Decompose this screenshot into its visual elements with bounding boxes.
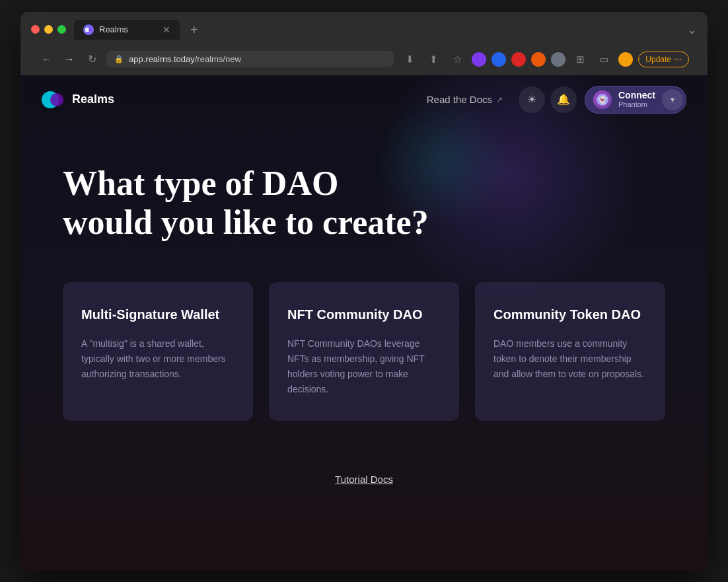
download-icon[interactable]: ⬇ [400,50,419,69]
back-button[interactable]: ← [39,54,55,65]
multisig-wallet-title: Multi-Signature Wallet [81,306,235,323]
read-docs-label: Read the Docs [427,94,492,105]
url-text: app.realms.today/realms/new [129,54,241,64]
tab-close-button[interactable]: ✕ [163,24,170,35]
theme-toggle-button[interactable]: ☀ [519,87,545,113]
browser-chrome: Realms ✕ + ⌄ ← → ↻ 🔒 app.realms.today/re… [20,12,708,75]
new-tab-button[interactable]: + [190,23,198,36]
extensions-icon[interactable]: ⊞ [571,50,589,69]
svg-point-3 [50,93,63,106]
external-link-icon: ↗ [496,95,503,104]
main-content: What type of DAO would you like to creat… [20,124,708,526]
app-content: Realms Read the Docs ↗ ☀ 🔔 👻 Connect Pha… [20,75,708,571]
browser-toolbar-icons: ⬇ ⬆ ☆ ⊞ ▭ Update ⋯ [400,50,689,69]
sun-icon: ☀ [527,93,536,106]
forward-button[interactable]: → [61,54,77,65]
community-token-dao-card[interactable]: Community Token DAO DAO members use a co… [475,282,665,421]
page-title: What type of DAO would you like to creat… [63,164,665,243]
tutorial-section: Tutorial Docs [63,460,665,499]
logo-text: Realms [72,92,114,106]
nft-community-dao-description: NFT Community DAOs leverage NFTs as memb… [287,336,441,397]
dao-cards-container: Multi-Signature Wallet A "multisig" is a… [63,282,665,421]
sidebar-icon[interactable]: ▭ [595,50,613,69]
extension-icon-purple[interactable] [472,52,486,67]
maximize-traffic-light[interactable] [57,25,66,34]
extension-icon-red[interactable] [511,52,526,67]
app-logo[interactable]: Realms [42,88,114,112]
url-path: /realms/new [195,54,241,64]
extension-icon-blue[interactable] [491,52,506,67]
lock-icon: 🔒 [114,55,124,63]
nft-community-dao-title: NFT Community DAO [287,306,441,323]
address-bar[interactable]: 🔒 app.realms.today/realms/new [106,51,394,67]
bell-icon: 🔔 [557,93,570,106]
tab-controls-right: ⌄ [687,22,697,37]
app-nav: Realms Read the Docs ↗ ☀ 🔔 👻 Connect Pha… [20,75,708,124]
realms-logo-icon [42,88,65,112]
minimize-traffic-light[interactable] [44,25,53,34]
browser-addressbar: ← → ↻ 🔒 app.realms.today/realms/new ⬇ ⬆ … [31,46,697,75]
extension-icon-gray[interactable] [551,52,565,67]
connect-sublabel: Phantom [618,100,655,109]
multisig-wallet-card[interactable]: Multi-Signature Wallet A "multisig" is a… [63,282,253,421]
community-token-dao-description: DAO members use a community token to den… [493,336,647,382]
connect-dropdown-button[interactable]: ▾ [662,89,683,110]
traffic-lights [31,25,66,34]
update-dots-icon: ⋯ [674,55,682,64]
browser-titlebar: Realms ✕ + ⌄ [31,20,697,40]
phantom-avatar: 👻 [593,91,612,109]
notifications-button[interactable]: 🔔 [550,87,577,113]
browser-window: Realms ✕ + ⌄ ← → ↻ 🔒 app.realms.today/re… [20,12,708,571]
close-traffic-light[interactable] [31,25,40,34]
chevron-down-icon: ▾ [671,95,674,104]
nft-community-dao-card[interactable]: NFT Community DAO NFT Community DAOs lev… [269,282,459,421]
update-label: Update [645,55,671,64]
multisig-wallet-description: A "multisig" is a shared wallet, typical… [81,336,235,382]
refresh-button[interactable]: ↻ [84,53,100,65]
extension-icon-orange[interactable] [531,52,546,67]
read-docs-button[interactable]: Read the Docs ↗ [416,89,513,110]
connect-label: Connect [618,90,655,101]
svg-point-1 [89,28,91,31]
tab-title: Realms [99,24,128,34]
update-button[interactable]: Update ⋯ [638,52,689,67]
browser-tab-realms[interactable]: Realms ✕ [74,20,180,40]
svg-text:👻: 👻 [598,95,607,104]
tutorial-docs-link[interactable]: Tutorial Docs [335,474,393,485]
url-domain: app.realms.today [129,54,195,64]
page-title-line1: What type of DAO [63,164,338,202]
profile-icon[interactable] [618,52,633,67]
connect-phantom-button[interactable]: 👻 Connect Phantom ▾ [585,86,686,114]
community-token-dao-title: Community Token DAO [493,306,647,323]
bookmark-icon[interactable]: ☆ [448,50,466,69]
connect-text-block: Connect Phantom [618,90,655,110]
tab-favicon [83,24,94,35]
share-icon[interactable]: ⬆ [424,50,443,69]
page-title-line2: would you like to create? [63,203,429,241]
